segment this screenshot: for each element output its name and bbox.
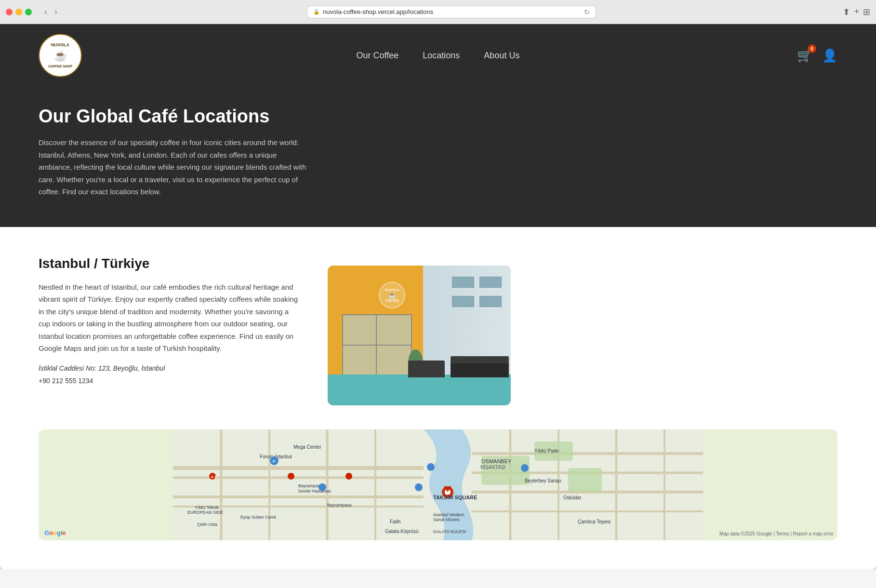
svg-rect-19 <box>568 468 602 492</box>
cafe-photo: NUVOLA ☕ COFFEE <box>328 266 511 405</box>
location-info: Istanbul / Türkiye Nestled in the heart … <box>39 256 299 385</box>
svg-text:Yıldız Parkı: Yıldız Parkı <box>534 448 559 454</box>
location-section: Istanbul / Türkiye Nestled in the heart … <box>39 256 837 405</box>
site-header: NUVOLA ☕ COFFEE SHOP Our Coffee Location… <box>0 24 876 87</box>
svg-text:TAKSİM SQUARE: TAKSİM SQUARE <box>433 494 477 500</box>
location-phone: +90 212 555 1234 <box>39 377 299 385</box>
coffee-cup-icon: ☕ <box>54 49 67 63</box>
cart-badge: 0 <box>808 44 816 53</box>
page: NUVOLA ☕ COFFEE SHOP Our Coffee Location… <box>0 24 876 569</box>
svg-text:Çamlıca Tepesi: Çamlıca Tepesi <box>578 519 611 524</box>
logo-name: NUVOLA <box>51 42 69 48</box>
nav-locations[interactable]: Locations <box>423 51 460 61</box>
maximize-button[interactable] <box>25 9 32 15</box>
svg-point-47 <box>345 473 352 480</box>
address-bar[interactable]: 🔒 nuvola-coffee-shop.vercel.app/location… <box>307 6 596 18</box>
logo: NUVOLA ☕ COFFEE SHOP <box>39 34 82 77</box>
svg-text:İstanbul Modern: İstanbul Modern <box>433 512 465 517</box>
share-icon[interactable]: ⬆ <box>843 7 850 17</box>
close-button[interactable] <box>6 9 13 15</box>
svg-text:Fatih: Fatih <box>390 519 400 524</box>
map-svg: OSMANBEY NİŞANTAŞI TAKSİM SQUARE Yıldız … <box>39 429 837 540</box>
bench2-back <box>408 361 445 377</box>
location-title: Istanbul / Türkiye <box>39 256 299 271</box>
svg-text:Yıldız Teknik: Yıldız Teknik <box>195 505 219 510</box>
browser-actions: ⬆ + ⊞ <box>843 7 870 17</box>
svg-text:Üsküdar: Üsküdar <box>563 495 582 500</box>
refresh-icon[interactable]: ↻ <box>584 8 590 16</box>
window2 <box>452 277 474 288</box>
svg-text:Devlet Hastanesi: Devlet Hastanesi <box>298 489 331 494</box>
svg-point-52 <box>521 464 529 472</box>
back-button[interactable]: ‹ <box>41 7 50 17</box>
sidebar-icon[interactable]: ⊞ <box>863 7 870 17</box>
svg-point-50 <box>319 483 326 491</box>
traffic-lights <box>6 9 32 15</box>
lock-icon: 🔒 <box>313 9 320 15</box>
location-address: İstiklal Caddesi No: 123, Beyoğlu, İstan… <box>39 364 299 372</box>
map-attribution: Map data ©2025 Google | Terms | Report a… <box>719 531 834 536</box>
svg-text:GALATA KULESİ: GALATA KULESİ <box>433 529 466 534</box>
bench-seat <box>451 363 509 377</box>
svg-text:OSMANBEY: OSMANBEY <box>481 458 512 464</box>
logo-area[interactable]: NUVOLA ☕ COFFEE SHOP <box>39 34 82 77</box>
map-section[interactable]: OSMANBEY NİŞANTAŞI TAKSİM SQUARE Yıldız … <box>39 429 837 540</box>
svg-text:EUROPEAN SIDE: EUROPEAN SIDE <box>187 510 223 515</box>
svg-text:P: P <box>273 459 276 464</box>
hero-description: Discover the essence of our specialty co… <box>39 136 308 198</box>
nav-our-coffee[interactable]: Our Coffee <box>357 51 399 61</box>
svg-text:Sanat Müzesi: Sanat Müzesi <box>433 517 460 522</box>
content-area: Istanbul / Türkiye Nestled in the heart … <box>0 227 876 569</box>
new-tab-icon[interactable]: + <box>854 7 859 17</box>
main-nav: Our Coffee Locations About Us <box>357 51 520 61</box>
svg-text:0-1: 0-1 <box>211 475 217 479</box>
svg-text:Bayrampasa: Bayrampasa <box>327 503 352 508</box>
hero-title: Our Global Café Locations <box>39 106 837 127</box>
svg-point-53 <box>427 463 435 471</box>
window4 <box>452 296 474 307</box>
svg-text:Çetin Usta: Çetin Usta <box>197 522 217 527</box>
location-description: Nestled in the heart of Istanbul, our ca… <box>39 281 299 355</box>
svg-point-46 <box>288 473 294 480</box>
svg-text:Mega Center: Mega Center <box>293 444 321 450</box>
glass-door <box>342 314 411 381</box>
url-text: nuvola-coffee-shop.vercel.app/locations <box>323 8 433 15</box>
hero-section: Our Global Café Locations Discover the e… <box>0 87 876 227</box>
svg-text:NİŞANTAŞI: NİŞANTAŞI <box>480 464 505 470</box>
svg-text:Eyüp Sultan Camii: Eyüp Sultan Camii <box>240 515 276 520</box>
location-image: NUVOLA ☕ COFFEE <box>328 266 511 405</box>
browser-chrome: ‹ › 🔒 nuvola-coffee-shop.vercel.app/loca… <box>0 0 876 24</box>
user-icon[interactable]: 👤 <box>822 48 837 63</box>
floor <box>328 374 511 405</box>
forward-button[interactable]: › <box>52 7 60 17</box>
google-logo: Google <box>44 529 66 536</box>
svg-text:Galata Köprüsü: Galata Köprüsü <box>385 529 419 534</box>
window3 <box>479 296 502 307</box>
nav-about-us[interactable]: About Us <box>484 51 519 61</box>
svg-text:Beylerbey Sarayı: Beylerbey Sarayı <box>525 478 561 483</box>
minimize-button[interactable] <box>15 9 22 15</box>
cart-button[interactable]: 🛒 0 <box>797 48 812 63</box>
window1 <box>479 277 502 288</box>
header-actions: 🛒 0 👤 <box>797 48 837 63</box>
logo-sub: COFFEE SHOP <box>48 64 72 68</box>
svg-point-51 <box>415 483 423 491</box>
